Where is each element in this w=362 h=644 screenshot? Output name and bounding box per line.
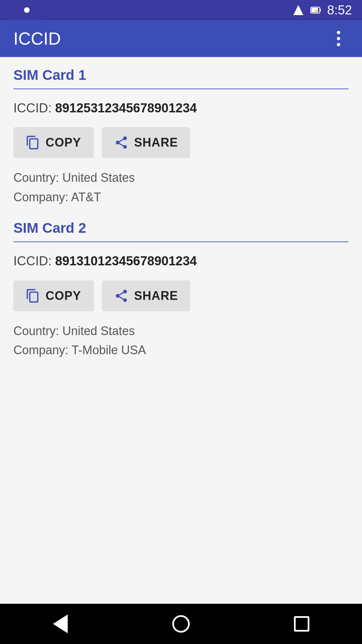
sim-card-2-buttons: COPY SHARE <box>13 280 349 311</box>
sim-card-1-country: Country: United States <box>13 168 349 187</box>
sim-card-1-buttons: COPY SHARE <box>13 127 349 158</box>
sim-card-1-share-label: SHARE <box>134 136 178 150</box>
sim-card-1-copy-button[interactable]: COPY <box>13 127 94 158</box>
sim-card-2-share-button[interactable]: SHARE <box>102 280 190 311</box>
sim-card-2-iccid-row: ICCID: 89131012345678901234 <box>13 252 349 270</box>
sim-card-2-company: Company: T-Mobile USA <box>13 340 349 360</box>
notification-icon <box>20 3 34 17</box>
home-button[interactable] <box>164 610 198 637</box>
app-bar: ICCID <box>0 20 362 57</box>
svg-rect-3 <box>320 9 321 12</box>
recent-button[interactable] <box>285 610 318 637</box>
status-bar: ⚡ 8:52 <box>0 0 362 20</box>
sim-card-2-iccid-label: ICCID: <box>13 254 52 268</box>
nav-bar <box>0 604 362 644</box>
copy-icon-1 <box>25 135 40 150</box>
sim-card-2-copy-button[interactable]: COPY <box>13 280 94 311</box>
sim-card-2-header: SIM Card 2 <box>13 220 349 242</box>
back-icon <box>53 614 68 633</box>
sim-card-1-section: SIM Card 1 ICCID: 89125312345678901234 C… <box>13 67 349 207</box>
app-title: ICCID <box>13 29 61 49</box>
home-icon <box>172 615 190 633</box>
sim-card-1-copy-label: COPY <box>46 136 81 150</box>
sim-card-1-header: SIM Card 1 <box>13 67 349 89</box>
sim-card-1-company: Company: AT&T <box>13 187 349 207</box>
recent-icon <box>294 616 309 632</box>
svg-text:⚡: ⚡ <box>313 8 318 13</box>
sim-card-2-country: Country: United States <box>13 321 349 341</box>
copy-icon-2 <box>25 288 40 303</box>
svg-marker-1 <box>293 5 303 15</box>
more-vert-button[interactable] <box>328 29 349 49</box>
sim-card-1-iccid-row: ICCID: 89125312345678901234 <box>13 99 349 117</box>
status-time: 8:52 <box>327 3 352 17</box>
sim-card-1-share-button[interactable]: SHARE <box>102 127 190 158</box>
sim-card-2-share-label: SHARE <box>134 289 178 303</box>
svg-point-0 <box>24 7 30 13</box>
sim-card-2-section: SIM Card 2 ICCID: 89131012345678901234 C… <box>13 220 349 360</box>
sim-card-2-copy-label: COPY <box>46 289 81 303</box>
sim-card-2-iccid-value: 89131012345678901234 <box>55 254 197 268</box>
back-button[interactable] <box>44 610 77 637</box>
main-content: SIM Card 1 ICCID: 89125312345678901234 C… <box>0 57 362 604</box>
sim-card-1-iccid-label: ICCID: <box>13 101 52 115</box>
share-icon-2 <box>114 288 129 303</box>
signal-icon <box>292 4 304 16</box>
sim-card-1-iccid-value: 89125312345678901234 <box>55 101 197 115</box>
battery-icon: ⚡ <box>310 4 322 16</box>
share-icon-1 <box>114 135 129 150</box>
